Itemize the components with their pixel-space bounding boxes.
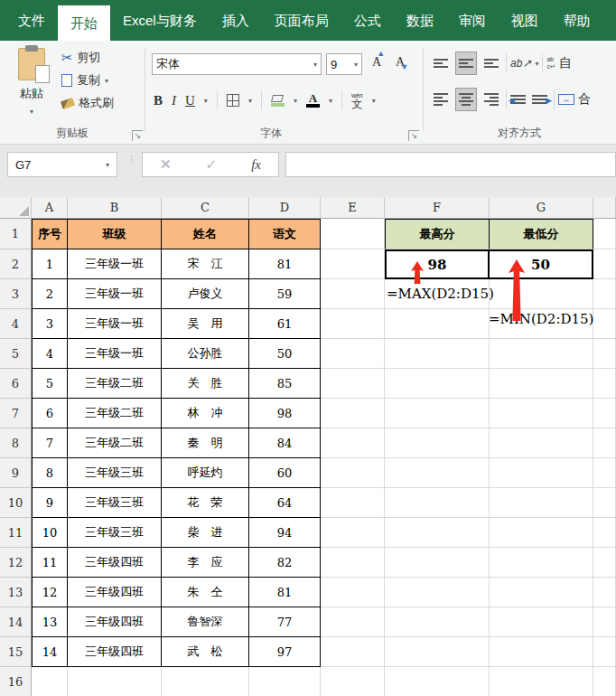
cell-C14[interactable]: 鲁智深 [162, 607, 249, 637]
row-header-5[interactable]: 5 [0, 339, 32, 369]
cell-D8[interactable]: 84 [249, 428, 321, 458]
borders-dropdown-icon[interactable]: ▾ [248, 97, 252, 105]
cell-F3[interactable] [385, 279, 490, 309]
row-header-11[interactable]: 11 [0, 518, 32, 548]
formula-input[interactable] [285, 152, 616, 177]
cell-C5[interactable]: 公孙胜 [162, 339, 249, 369]
row-header-15[interactable]: 15 [0, 637, 32, 667]
cell-E13[interactable] [321, 578, 385, 607]
copy-dropdown-icon[interactable]: ▾ [105, 77, 108, 85]
cell-A5[interactable]: 4 [32, 339, 68, 369]
col-header-F[interactable]: F [385, 197, 490, 219]
cell-A15[interactable]: 14 [32, 637, 68, 667]
fill-color-dropdown-icon[interactable]: ▾ [294, 97, 297, 105]
font-color-button[interactable]: A [306, 93, 320, 108]
row-header-10[interactable]: 10 [0, 488, 32, 518]
tab-view[interactable]: 视图 [499, 0, 551, 41]
select-all-corner[interactable] [0, 197, 32, 219]
cell-G8[interactable] [490, 428, 593, 458]
name-box-dropdown-icon[interactable]: ▾ [106, 161, 109, 169]
cell-G1[interactable]: 最低分 [490, 219, 593, 249]
cell-C12[interactable]: 李 应 [162, 548, 249, 578]
cell-B12[interactable]: 三年级四班 [68, 548, 162, 578]
cell-F8[interactable] [385, 428, 490, 458]
cell-H9[interactable] [593, 458, 616, 488]
cell-A10[interactable]: 9 [32, 488, 68, 518]
bold-button[interactable]: B [154, 93, 163, 108]
cell-E15[interactable] [321, 637, 385, 667]
cell-A9[interactable]: 8 [32, 458, 68, 488]
cell-A6[interactable]: 5 [32, 369, 68, 399]
cell-E5[interactable] [321, 339, 385, 369]
cut-button[interactable]: ✂ 剪切 [61, 50, 114, 66]
cell-C2[interactable]: 宋 江 [162, 249, 249, 279]
cell-F16[interactable] [385, 667, 490, 696]
row-header-6[interactable]: 6 [0, 369, 32, 399]
cell-D11[interactable]: 94 [249, 518, 321, 548]
italic-button[interactable]: I [172, 93, 176, 108]
cell-B13[interactable]: 三年级四班 [68, 578, 162, 607]
copy-button[interactable]: 复制 ▾ [61, 72, 114, 89]
row-header-2[interactable]: 2 [0, 249, 32, 279]
clipboard-dialog-launcher-icon[interactable]: ↘ [132, 130, 143, 141]
underline-button[interactable]: U [185, 93, 195, 108]
format-painter-button[interactable]: 格式刷 [61, 95, 114, 111]
cancel-button[interactable]: ✕ [160, 156, 172, 173]
borders-icon[interactable] [227, 94, 239, 107]
cell-H7[interactable] [593, 399, 616, 428]
cell-E7[interactable] [321, 399, 385, 428]
cell-H14[interactable] [593, 607, 616, 637]
tab-file[interactable]: 文件 [5, 0, 58, 41]
cell-C9[interactable]: 呼延灼 [162, 458, 249, 488]
row-header-1[interactable]: 1 [0, 219, 32, 249]
cell-C10[interactable]: 花 荣 [162, 488, 249, 518]
cell-E1[interactable] [321, 219, 385, 249]
phonetic-guide-button[interactable]: wén 文 [351, 92, 363, 109]
cell-A3[interactable]: 2 [32, 279, 68, 309]
insert-function-button[interactable]: fx [251, 157, 261, 173]
cell-F7[interactable] [385, 399, 490, 428]
cell-G9[interactable] [490, 458, 593, 488]
col-header-B[interactable]: B [68, 197, 162, 219]
row-header-14[interactable]: 14 [0, 607, 32, 637]
font-name-dropdown-icon[interactable]: ▾ [313, 61, 317, 69]
cell-D7[interactable]: 98 [249, 399, 321, 428]
cell-B14[interactable]: 三年级四班 [68, 607, 162, 637]
cell-C7[interactable]: 林 冲 [162, 399, 249, 428]
cell-B2[interactable]: 三年级一班 [68, 249, 162, 279]
cell-C16[interactable] [162, 667, 249, 696]
cell-G3[interactable] [490, 279, 593, 309]
cell-B6[interactable]: 三年级二班 [68, 369, 162, 399]
font-color-dropdown-icon[interactable]: ▾ [329, 97, 332, 105]
cell-G6[interactable] [490, 369, 593, 399]
cell-C13[interactable]: 朱 仝 [162, 578, 249, 607]
cell-B3[interactable]: 三年级一班 [68, 279, 162, 309]
cell-F2[interactable]: 98 [385, 249, 490, 279]
cell-A14[interactable]: 13 [32, 607, 68, 637]
font-dialog-launcher-icon[interactable]: ↘ [408, 130, 419, 141]
cell-D4[interactable]: 61 [249, 309, 321, 339]
row-header-12[interactable]: 12 [0, 548, 32, 578]
enter-button[interactable]: ✓ [206, 156, 218, 173]
cell-H13[interactable] [593, 578, 616, 607]
merge-center-icon[interactable]: ↔ [558, 94, 574, 105]
orientation-dropdown-icon[interactable]: ▾ [535, 60, 538, 68]
cell-B11[interactable]: 三年级三班 [68, 518, 162, 548]
cell-F1[interactable]: 最高分 [385, 219, 490, 249]
col-header-G[interactable]: G [490, 197, 593, 219]
cell-E10[interactable] [321, 488, 385, 518]
cell-H12[interactable] [593, 548, 616, 578]
cell-D5[interactable]: 50 [249, 339, 321, 369]
cell-B8[interactable]: 三年级二班 [68, 428, 162, 458]
cell-F6[interactable] [385, 369, 490, 399]
cell-B7[interactable]: 三年级二班 [68, 399, 162, 428]
paste-dropdown-icon[interactable]: ▾ [9, 108, 54, 116]
cell-G7[interactable] [490, 399, 593, 428]
cell-D1[interactable]: 语文 [249, 219, 321, 249]
cell-E3[interactable] [321, 279, 385, 309]
cell-A13[interactable]: 12 [32, 578, 68, 607]
cell-G11[interactable] [490, 518, 593, 548]
col-header-D[interactable]: D [249, 197, 321, 219]
cell-A8[interactable]: 7 [32, 428, 68, 458]
col-header-E[interactable]: E [321, 197, 385, 219]
